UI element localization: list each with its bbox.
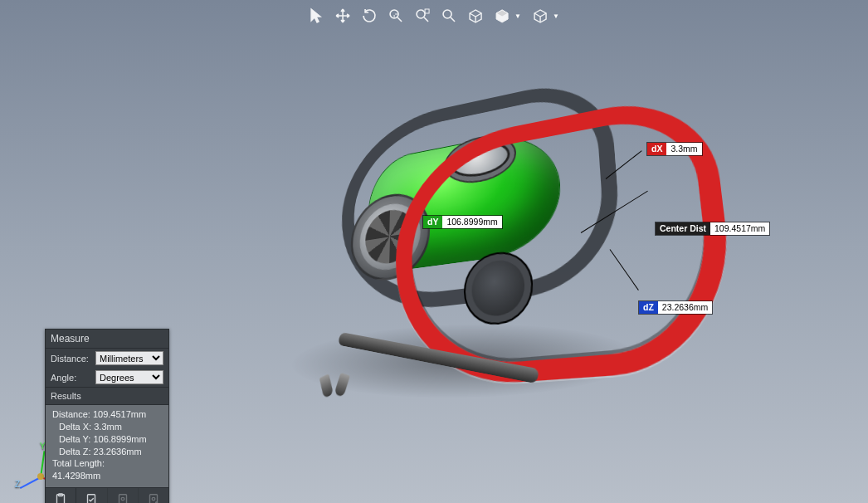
res-distance-value: 109.4517mm	[93, 409, 146, 419]
axis-origin	[37, 473, 44, 480]
results-body: Distance: 109.4517mm Delta X: 3.3mm Delt…	[46, 405, 168, 487]
axis-z-label: Z	[15, 480, 20, 489]
model-stage	[216, 33, 680, 398]
copy-results-button[interactable]	[46, 488, 76, 503]
res-dx-label: Delta X:	[59, 422, 91, 432]
orbit-icon[interactable]	[360, 7, 378, 25]
svg-rect-7	[119, 495, 126, 503]
view-toolbar: ▼ ▼	[307, 7, 561, 25]
res-dy-value: 106.8999mm	[93, 434, 146, 444]
measure-panel[interactable]: Measure Distance: Millimeters Angle: Deg…	[45, 329, 169, 503]
svg-rect-2	[425, 9, 429, 13]
svg-point-3	[443, 10, 451, 18]
angle-unit-row: Angle: Degrees	[46, 368, 168, 387]
cad-model[interactable]	[289, 58, 641, 346]
angle-unit-select[interactable]: Degrees	[95, 370, 163, 384]
distance-unit-select[interactable]: Millimeters	[95, 351, 163, 365]
res-dz-label: Delta Z:	[59, 447, 91, 457]
svg-point-1	[417, 10, 425, 18]
panel-buttons	[46, 487, 168, 503]
gripper	[319, 374, 349, 401]
view-cube-icon[interactable]	[466, 7, 485, 25]
results-header: Results	[46, 387, 168, 405]
zoom-selection-icon[interactable]	[413, 7, 432, 25]
res-dz-value: 23.2636mm	[94, 447, 142, 457]
svg-rect-6	[88, 495, 95, 503]
distance-unit-row: Distance: Millimeters	[46, 349, 168, 368]
box-icon[interactable]	[531, 7, 549, 25]
res-total-value: 41.4298mm	[52, 471, 100, 481]
zoom-icon[interactable]	[440, 7, 458, 25]
pan-icon[interactable]	[334, 7, 352, 25]
next-result-button	[138, 488, 168, 503]
snap-results-button[interactable]	[76, 488, 106, 503]
svg-point-8	[121, 497, 124, 501]
chevron-down-icon[interactable]: ▼	[553, 12, 559, 20]
appearance-icon[interactable]	[493, 7, 511, 25]
viewport-3d[interactable]: ▼ ▼ dX 3.3mm	[0, 0, 868, 503]
panel-title: Measure	[46, 330, 168, 349]
chevron-down-icon[interactable]: ▼	[514, 12, 521, 20]
prev-result-button	[107, 488, 138, 503]
zoom-window-icon[interactable]	[387, 7, 405, 25]
distance-label: Distance:	[51, 354, 90, 364]
res-dy-label: Delta Y:	[59, 434, 90, 444]
select-arrow-icon[interactable]	[307, 7, 325, 25]
angle-label: Angle:	[51, 373, 90, 383]
res-distance-label: Distance:	[52, 409, 90, 419]
res-dx-value: 3.3mm	[94, 422, 122, 432]
res-total-label: Total Length:	[52, 458, 105, 468]
svg-point-10	[152, 497, 155, 501]
